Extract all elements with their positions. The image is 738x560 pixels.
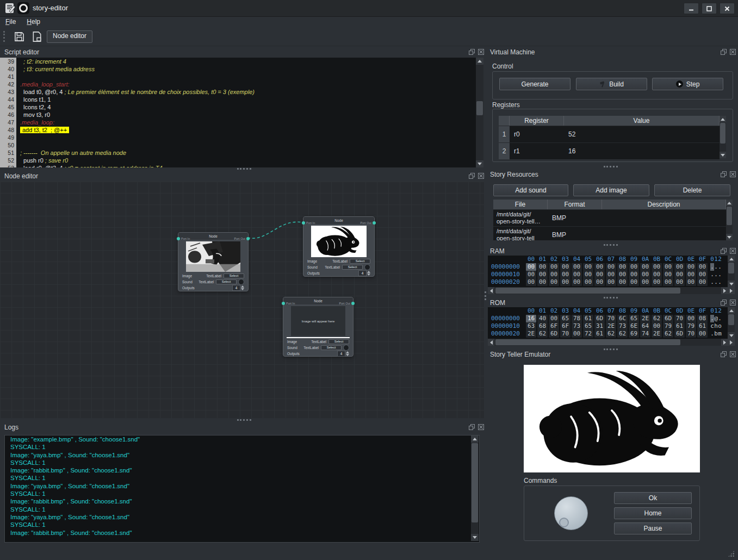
code-line: 47.media_loop:: [0, 119, 476, 126]
splitter-handle[interactable]: [604, 244, 618, 246]
float-panel-icon[interactable]: [721, 300, 727, 306]
node-port-out[interactable]: Port Out: [361, 221, 376, 225]
node-port-out[interactable]: Port Out: [234, 237, 250, 240]
outputs-spinbox[interactable]: 4: [232, 285, 244, 291]
select-image-button[interactable]: Select: [224, 273, 244, 278]
rom-vscrollbar[interactable]: [728, 307, 735, 339]
save-button[interactable]: [12, 29, 26, 43]
select-sound-button[interactable]: Select: [321, 345, 342, 350]
outputs-spinbox[interactable]: 4: [358, 270, 370, 276]
ok-button[interactable]: Ok: [614, 492, 692, 504]
close-panel-icon[interactable]: [730, 49, 736, 55]
play-sound-icon[interactable]: [343, 345, 349, 351]
menu-file[interactable]: File: [0, 17, 21, 27]
splitter-handle[interactable]: [237, 168, 251, 170]
step-button[interactable]: Step: [652, 78, 723, 90]
resource-row[interactable]: /mnt/data/git/open-story-tellBMP: [493, 226, 726, 240]
rom-hscrollbar[interactable]: [488, 339, 728, 346]
hex-row[interactable]: 0000000000000000000000000000000000000000…: [488, 263, 728, 271]
build-button[interactable]: Build: [576, 78, 647, 90]
float-panel-icon[interactable]: [721, 49, 727, 55]
select-sound-button[interactable]: Select: [216, 279, 237, 284]
node-editor-canvas[interactable]: Node Port In Port Out ImageTextLabelSele…: [0, 182, 484, 418]
float-panel-icon[interactable]: [721, 171, 727, 177]
pause-button[interactable]: Pause: [614, 522, 692, 534]
script-editor-scrollbar[interactable]: [476, 58, 483, 167]
delete-button[interactable]: Delete: [654, 184, 730, 196]
logs-panel-title: Logs: [4, 424, 18, 431]
script-code-area[interactable]: 39 ; t2: increment 440 ; t3: current med…: [0, 58, 476, 167]
close-panel-icon[interactable]: [478, 173, 484, 179]
ram-vscrollbar[interactable]: [728, 256, 735, 287]
splitter-handle[interactable]: [604, 297, 618, 298]
register-row[interactable]: 1r052: [499, 126, 720, 142]
splitter-handle[interactable]: [604, 166, 618, 167]
resource-row[interactable]: /mnt/data/git/open-story-tell…BMP: [493, 209, 726, 226]
close-panel-icon[interactable]: [730, 171, 736, 177]
export-document-button[interactable]: [30, 29, 44, 43]
close-panel-icon[interactable]: [730, 248, 736, 254]
splitter-handle[interactable]: [604, 349, 618, 350]
toolbar: Node editor: [0, 27, 738, 46]
log-line: Image: "rabbit.bmp" , Sound: "choose1.sn…: [5, 497, 479, 505]
media-node[interactable]: Node Port In Port Out Image will appear …: [283, 297, 354, 357]
home-button[interactable]: Home: [614, 507, 692, 519]
hex-row[interactable]: 0000001063686F6F7365312E736E640079617961…: [488, 322, 728, 330]
resources-table[interactable]: File Format Description /mnt/data/git/op…: [493, 200, 726, 240]
node-port-in[interactable]: Port In: [177, 237, 190, 240]
rotary-knob[interactable]: [554, 496, 588, 530]
node-editor-toolbar-button[interactable]: Node editor: [47, 30, 92, 43]
select-sound-button[interactable]: Select: [342, 265, 363, 270]
float-panel-icon[interactable]: [469, 173, 475, 179]
float-panel-icon[interactable]: [721, 248, 727, 254]
select-image-button[interactable]: Select: [350, 259, 370, 264]
node-port-out[interactable]: Port Out: [339, 302, 355, 305]
generate-button[interactable]: Generate: [499, 78, 570, 90]
ram-hscrollbar[interactable]: [488, 287, 728, 294]
hex-row[interactable]: 0000001000000000000000000000000000000000…: [488, 271, 728, 278]
close-panel-icon[interactable]: [730, 300, 736, 306]
main-splitter-handle[interactable]: [485, 291, 486, 300]
rom-corner-button[interactable]: [728, 339, 735, 346]
node-port-in[interactable]: Port In: [302, 221, 315, 225]
float-panel-icon[interactable]: [721, 351, 727, 357]
close-button[interactable]: [720, 3, 735, 14]
play-sound-icon[interactable]: [238, 279, 244, 285]
media-node[interactable]: Node Port In Port Out: [303, 216, 375, 277]
rom-hex-view[interactable]: 000102030405060708090A0B0C0D0E0F01200000…: [488, 307, 728, 339]
media-node[interactable]: Node Port In Port Out ImageTextLabelSele…: [178, 232, 249, 291]
float-panel-icon[interactable]: [469, 49, 475, 55]
maximize-button[interactable]: [702, 3, 717, 14]
minimize-button[interactable]: [684, 3, 699, 14]
logs-scrollbar[interactable]: [471, 435, 479, 541]
log-line: SYSCALL: 1: [5, 443, 479, 451]
code-line: 41: [0, 73, 476, 80]
play-sound-icon[interactable]: [364, 264, 370, 270]
ram-corner-button[interactable]: [728, 287, 735, 294]
outputs-row-label: Outputs: [307, 271, 320, 275]
splitter-handle[interactable]: [237, 419, 251, 421]
resources-scrollbar[interactable]: [726, 200, 733, 240]
window-resize-grip[interactable]: [728, 550, 735, 557]
ram-hex-view[interactable]: 000102030405060708090A0B0C0D0E0F01200000…: [488, 256, 728, 287]
registers-scrollbar[interactable]: [720, 116, 726, 158]
outputs-row-label: Outputs: [182, 286, 195, 290]
close-panel-icon[interactable]: [478, 424, 484, 430]
registers-table[interactable]: Register Value 1r0522r116: [499, 116, 720, 159]
hex-row[interactable]: 000000202E626D70007261626269742E626D7000…: [488, 330, 728, 338]
toolbar-drag-handle[interactable]: [3, 31, 8, 42]
register-row[interactable]: 2r116: [499, 142, 720, 159]
port-dot-icon: [302, 221, 305, 225]
add-sound-button[interactable]: Add sound: [493, 184, 568, 196]
logs-output[interactable]: Image: "example.bmp" , Sound: "choose1.s…: [4, 435, 480, 543]
close-panel-icon[interactable]: [730, 351, 736, 357]
hex-row[interactable]: 000000001640006578616D706C652E626D700008…: [488, 315, 728, 322]
add-image-button[interactable]: Add image: [573, 184, 649, 196]
close-panel-icon[interactable]: [478, 49, 484, 55]
outputs-spinbox[interactable]: 4: [337, 351, 349, 357]
hex-row[interactable]: 0000002000000000000000000000000000000000…: [488, 278, 728, 286]
menu-help[interactable]: Help: [21, 17, 46, 27]
node-port-in[interactable]: Port In: [282, 302, 295, 305]
float-panel-icon[interactable]: [469, 424, 475, 430]
select-image-button[interactable]: Select: [328, 339, 349, 344]
